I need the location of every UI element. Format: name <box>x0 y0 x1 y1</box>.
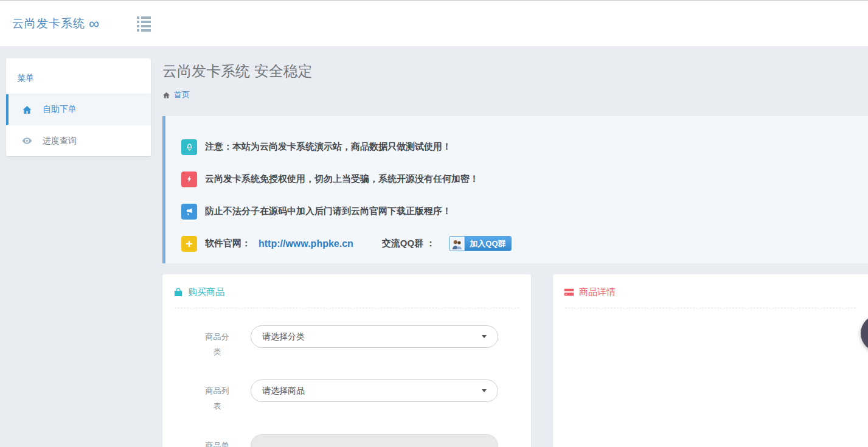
sidebar-item-self-order[interactable]: 自助下单 <box>6 94 151 125</box>
sidebar-title: 菜单 <box>6 58 151 94</box>
unit-price-input-disabled <box>251 434 498 447</box>
app-logo[interactable]: 云尚发卡系统 ∞ <box>12 16 99 32</box>
page-title: 云尚发卡系统 安全稳定 <box>162 61 868 81</box>
divider <box>565 308 856 308</box>
credit-card-icon <box>564 288 574 297</box>
buy-goods-form: 商品分类 请选择分类 商品列表 <box>162 308 531 447</box>
buy-goods-panel: 购买商品 商品分类 请选择分类 <box>162 274 531 447</box>
chevron-down-icon <box>482 335 487 338</box>
notice-text: 云尚发卡系统免授权使用，切勿上当受骗，系统开源没有任何加密！ <box>205 173 479 185</box>
plus-icon: + <box>181 236 197 252</box>
infinity-link-icon: ∞ <box>89 16 99 31</box>
notice-row: 防止不法分子在源码中加入后门请到云尚官网下载正版程序！ <box>181 195 868 227</box>
notice-text: 注意：本站为云尚发卡系统演示站，商品数据只做测试使用！ <box>205 141 451 153</box>
shopping-bag-icon <box>173 288 183 297</box>
buy-goods-header: 购买商品 <box>162 274 531 308</box>
product-detail-panel: 商品详情 <box>553 274 868 447</box>
breadcrumb: 首页 <box>162 89 868 100</box>
notice-panel: 注意：本站为云尚发卡系统演示站，商品数据只做测试使用！ 云尚发卡系统免授权使用，… <box>162 116 868 263</box>
product-select-value: 请选择商品 <box>262 386 305 397</box>
form-row-price: 商品单价 <box>162 434 531 447</box>
category-select[interactable]: 请选择分类 <box>251 325 498 348</box>
category-label: 商品分类 <box>162 325 231 359</box>
official-site-link[interactable]: http://www.phpke.cn <box>259 238 353 249</box>
list-icon-row <box>137 29 151 32</box>
notice-text: 防止不法分子在源码中加入后门请到云尚官网下载正版程序！ <box>205 206 451 217</box>
sidebar-item-progress-query[interactable]: 进度查询 <box>6 125 151 156</box>
notice-row: + 软件官网： http://www.phpke.cn 交流QQ群 ： <box>181 227 868 260</box>
qq-group-avatar-icon <box>450 237 465 251</box>
join-qq-group-label: 加入QQ群 <box>465 237 510 251</box>
product-select[interactable]: 请选择商品 <box>251 379 498 402</box>
list-icon-row <box>137 21 151 23</box>
main-content: 云尚发卡系统 安全稳定 首页 注意：本站为云尚发卡系统演示站，商品数据只做测试使… <box>151 46 868 447</box>
list-icon-row <box>137 16 151 19</box>
buy-goods-title: 购买商品 <box>188 286 224 298</box>
sidebar-item-label: 进度查询 <box>43 136 77 147</box>
unit-price-label: 商品单价 <box>162 434 231 447</box>
list-icon-row <box>137 25 151 27</box>
product-list-label: 商品列表 <box>162 379 231 414</box>
lightning-icon <box>181 172 197 187</box>
sidebar-item-label: 自助下单 <box>43 104 77 115</box>
breadcrumb-home-icon <box>162 91 170 99</box>
bell-icon <box>181 139 197 155</box>
top-bar: 云尚发卡系统 ∞ <box>0 0 868 46</box>
form-row-category: 商品分类 请选择分类 <box>162 325 531 359</box>
eye-icon <box>21 135 33 147</box>
form-row-product: 商品列表 请选择商品 <box>162 379 531 414</box>
notice-text-middle: 交流QQ群 ： <box>382 238 436 249</box>
notice-text-prefix: 软件官网： <box>205 238 251 249</box>
sidebar-toggle-list-icon[interactable] <box>137 16 151 32</box>
breadcrumb-home-link[interactable]: 首页 <box>174 89 190 100</box>
home-icon <box>21 103 33 116</box>
sidebar-menu: 菜单 自助下单 进度查询 <box>6 58 151 156</box>
product-detail-title: 商品详情 <box>579 286 616 298</box>
category-select-value: 请选择分类 <box>262 331 305 342</box>
megaphone-icon <box>181 204 197 220</box>
chevron-down-icon <box>482 389 487 392</box>
join-qq-group-button[interactable]: 加入QQ群 <box>449 236 511 251</box>
notice-row: 云尚发卡系统免授权使用，切勿上当受骗，系统开源没有任何加密！ <box>181 163 868 195</box>
product-detail-header: 商品详情 <box>553 274 868 308</box>
notice-row: 注意：本站为云尚发卡系统演示站，商品数据只做测试使用！ <box>181 131 868 163</box>
app-title: 云尚发卡系统 <box>12 16 85 32</box>
